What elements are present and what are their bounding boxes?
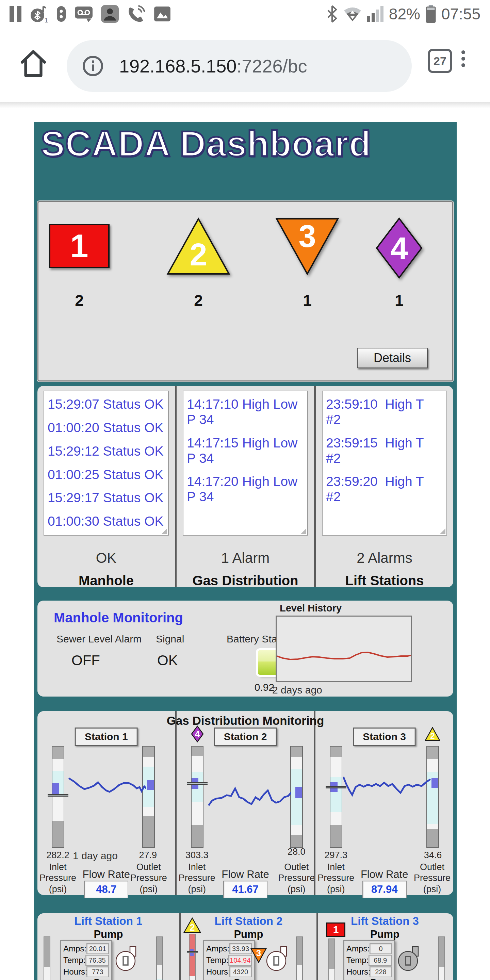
bluetooth-icon	[326, 5, 338, 23]
outlet-pressure-label: Outlet Pressure (psi)	[125, 862, 172, 894]
browser-menu-button[interactable]	[461, 48, 466, 70]
lift-3-pump-fields: Amps:0 Temp:68.9 Hours:228	[343, 940, 395, 980]
gas-log-textarea[interactable]: 14:17:10 High LowP 34 14:17:15 High LowP…	[183, 391, 308, 536]
station-3-flow-trend	[343, 772, 431, 801]
page-info-icon[interactable]	[82, 55, 104, 77]
station-3-button[interactable]: Station 3	[353, 727, 416, 746]
station-3-outlet-value: 34.6	[412, 850, 453, 861]
station-3-triangle-badge-icon: 2	[425, 727, 440, 741]
manhole-monitoring-panel: Manhole Monitoring Sewer Level Alarm OFF…	[37, 601, 453, 697]
outlet-pressure-label: Outlet Pressure (psi)	[408, 862, 456, 894]
lift-label: Lift Stations	[322, 573, 447, 588]
station-1-flow-trend	[68, 774, 146, 803]
svg-text:4: 4	[390, 231, 408, 266]
station-1-inlet-tank	[52, 746, 64, 848]
wifi-icon	[343, 6, 362, 22]
lift-1-right-gauge	[156, 937, 163, 980]
lift-2-pump-fields: Amps:33.93 Temp:104.94 Hours:4320	[203, 940, 255, 980]
lift-3-right-gauge	[438, 937, 445, 980]
log-panel-manhole: 15:29:07 Status OK 01:00:20 Status OK 15…	[37, 386, 175, 587]
station-2-flow-trend	[208, 781, 291, 813]
inlet-pressure-label: Inlet Pressure (psi)	[314, 862, 358, 894]
lift-1-pump-icon	[115, 946, 138, 972]
alarm-priority-1: 1	[45, 217, 113, 268]
lift-1-temp-value: 76.35	[86, 955, 109, 966]
contact-icon	[101, 5, 119, 23]
lift-2-hours-value: 4320	[229, 966, 252, 977]
lift-2-inverted-triangle-badge-icon: 3	[250, 948, 267, 963]
station-1-button[interactable]: Station 1	[75, 727, 138, 746]
status-bar: 1	[0, 0, 490, 28]
temp-label: Temp:	[63, 956, 86, 965]
priority-4-diamond-icon: 4	[375, 217, 424, 279]
url-text: 192.168.5.150:7226/bc	[119, 56, 307, 76]
sewer-level-alarm-value: OFF	[72, 652, 100, 669]
cell-signal-icon	[367, 6, 383, 22]
manhole-monitoring-title: Manhole Monitoring	[54, 610, 183, 625]
home-button[interactable]	[19, 48, 48, 79]
pump-2-label: Pump	[181, 977, 317, 980]
lift-3-hours-value: 228	[369, 966, 392, 977]
details-button[interactable]: Details	[357, 348, 428, 368]
outlet-pressure-label: Outlet Pressure (psi)	[272, 862, 320, 894]
photos-icon	[153, 5, 171, 23]
level-history-xlabel: 2 days ago	[272, 684, 322, 696]
station-1-outlet-value: 27.9	[127, 850, 169, 861]
priority-2-count: 2	[164, 291, 232, 310]
inlet-pressure-label: Inlet Pressure (psi)	[36, 862, 80, 894]
station-2-button[interactable]: Station 2	[214, 727, 277, 746]
url-bar[interactable]: 192.168.5.150:7226/bc	[67, 40, 412, 92]
lift-3-amps-value: 0	[369, 943, 392, 954]
gas-station-2: 4 Station 2	[175, 711, 314, 895]
amps-label: Amps:	[347, 944, 369, 953]
station-3-inlet-value: 297.3	[315, 850, 356, 861]
station-2-diamond-badge-icon: 4	[191, 725, 204, 743]
lift-1-left-gauge	[43, 937, 50, 980]
manhole-log-textarea[interactable]: 15:29:07 Status OK 01:00:20 Status OK 15…	[43, 391, 169, 536]
resize-handle-icon[interactable]	[440, 528, 445, 534]
lift-station-1: Lift Station 1 Pump Amps:20.01 Temp:76.3…	[37, 913, 179, 980]
media-pause-icon	[10, 6, 21, 22]
priority-3-count: 1	[273, 291, 341, 310]
inlet-pressure-label: Inlet Pressure (psi)	[175, 862, 219, 894]
priority-4-count: 1	[365, 291, 433, 310]
alarm-priority-2: 2	[164, 217, 232, 277]
lift-station-2-title: Lift Station 2	[181, 915, 317, 928]
station-1-time-note: 1 day ago	[70, 850, 121, 862]
signal-label: Signal	[156, 633, 184, 645]
svg-text:2: 2	[430, 731, 434, 740]
hours-label: Hours:	[63, 967, 86, 977]
manhole-label: Manhole	[43, 573, 169, 588]
hours-label: Hours:	[347, 967, 369, 977]
log-panel-lift: 23:59:10 High T#2 23:59:15 High T#2 23:5…	[314, 386, 453, 587]
level-history-title: Level History	[280, 603, 342, 614]
lift-1-hours-value: 773	[86, 966, 109, 977]
tab-switcher-button[interactable]: 27	[428, 49, 452, 73]
resize-handle-icon[interactable]	[301, 528, 306, 534]
flow-rate-label: Flow Rate	[361, 869, 408, 881]
lift-1-amps-value: 20.01	[86, 943, 109, 954]
page-title: SCADA Dashboard	[41, 123, 371, 164]
url-path: :7226/bc	[237, 56, 307, 76]
signal-value: OK	[157, 652, 178, 669]
gas-distribution-title: Gas Distribution Monitoring	[167, 714, 324, 727]
level-history-line	[277, 617, 411, 681]
svg-text:4: 4	[195, 729, 200, 739]
alarm-priority-3: 3	[273, 217, 341, 277]
lift-status: 2 Alarms	[322, 550, 447, 566]
browser-toolbar: 192.168.5.150:7226/bc 27	[0, 28, 490, 102]
resize-handle-icon[interactable]	[162, 528, 167, 534]
gas-status: 1 Alarm	[183, 550, 308, 566]
amps-label: Amps:	[206, 944, 229, 953]
station-1-flow-value: 48.7	[84, 881, 128, 898]
station-2-inlet-tank	[191, 746, 204, 848]
log-panel-gas: 14:17:10 High LowP 34 14:17:15 High LowP…	[175, 386, 314, 587]
lift-1-pump-fields: Amps:20.01 Temp:76.35 Hours:773	[60, 940, 112, 980]
svg-text:1: 1	[45, 17, 48, 23]
phone-screen: 1	[0, 0, 490, 980]
lift-station-3: Lift Station 3 1 Pump Amps:0 Temp:68.9 H…	[317, 913, 452, 980]
lift-station-1-title: Lift Station 1	[37, 915, 179, 928]
lift-log-textarea[interactable]: 23:59:10 High T#2 23:59:15 High T#2 23:5…	[322, 391, 447, 536]
sewer-level-alarm-label: Sewer Level Alarm	[56, 633, 142, 645]
station-2-flow-value: 41.67	[223, 881, 267, 898]
